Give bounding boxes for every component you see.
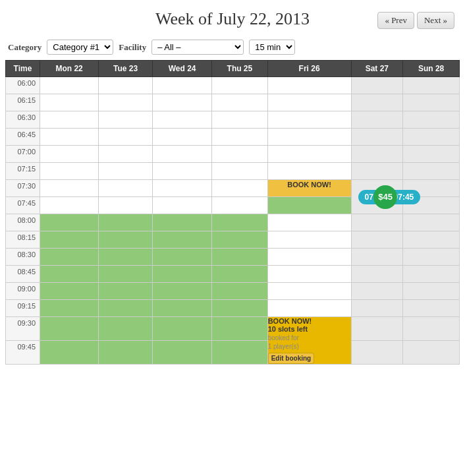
cell-mon-0745[interactable] [40,197,99,214]
cell-fri-0700[interactable] [267,146,351,163]
next-button[interactable]: Next » [417,12,454,29]
cell-tue-0915[interactable] [99,300,153,317]
cell-thu-0930[interactable] [212,317,268,341]
cell-fri-0800[interactable] [267,214,351,231]
cell-thu-0945[interactable] [212,341,268,365]
cell-mon-0815[interactable] [40,231,99,249]
cell-tue-0845[interactable] [99,266,153,283]
cell-mon-0915[interactable] [40,300,99,317]
edit-booking-button[interactable]: Edit booking [268,353,315,364]
cell-fri-0600[interactable] [267,77,351,94]
cell-wed-0745[interactable] [153,197,212,214]
cell-mon-0930[interactable] [40,317,99,341]
prev-button[interactable]: « Prev [377,12,414,29]
cell-mon-0645[interactable] [40,129,99,146]
interval-select[interactable]: 15 min [249,40,295,55]
cell-fri-0730[interactable]: BOOK NOW! [267,180,351,197]
cell-fri-0645[interactable] [267,129,351,146]
cell-wed-0815[interactable] [153,231,212,249]
facility-select[interactable]: – All – [151,40,244,55]
cell-fri-0930[interactable]: BOOK NOW! 10 slots left booked for 1 pla… [267,317,351,365]
cell-sat-0600 [351,77,403,94]
cell-mon-0715[interactable] [40,163,99,180]
cell-sun-0900 [403,283,460,300]
cell-mon-0945[interactable] [40,341,99,365]
time-cell-0845: 08:45 [6,266,40,283]
cell-fri-0815[interactable] [267,231,351,249]
cell-tue-0745[interactable] [99,197,153,214]
col-header-time: Time [6,61,40,77]
cell-mon-0730[interactable] [40,180,99,197]
cell-fri-0845[interactable] [267,266,351,283]
cell-thu-0845[interactable] [212,266,268,283]
cell-tue-0645[interactable] [99,129,153,146]
cell-tue-0900[interactable] [99,283,153,300]
cell-mon-0830[interactable] [40,249,99,266]
cell-thu-0700[interactable] [212,146,268,163]
cell-wed-0930[interactable] [153,317,212,341]
cell-thu-0730[interactable] [212,180,268,197]
cell-tue-0815[interactable] [99,231,153,249]
cell-fri-0615[interactable] [267,94,351,111]
cell-fri-0830[interactable] [267,249,351,266]
cell-thu-0900[interactable] [212,283,268,300]
time-cell-0915: 09:15 [6,300,40,317]
cell-tue-0800[interactable] [99,214,153,231]
cell-tue-0730[interactable] [99,180,153,197]
time-cell-0600: 06:00 [6,77,40,94]
cell-fri-0715[interactable] [267,163,351,180]
cell-thu-0630[interactable] [212,111,268,129]
category-select[interactable]: Category #1 [47,40,113,55]
cell-wed-0615[interactable] [153,94,212,111]
cell-wed-0730[interactable] [153,180,212,197]
time-cell-0645: 06:45 [6,129,40,146]
cell-thu-0600[interactable] [212,77,268,94]
time-cell-0945: 09:45 [6,341,40,365]
cell-sun-0815 [403,231,460,249]
cell-sat-0730[interactable]: 07:30 – 07:45 $45 [351,180,403,214]
cell-thu-0715[interactable] [212,163,268,180]
cell-fri-0630[interactable] [267,111,351,129]
cell-sat-0845 [351,266,403,283]
cell-fri-0900[interactable] [267,283,351,300]
cell-tue-0615[interactable] [99,94,153,111]
cell-mon-0900[interactable] [40,283,99,300]
cell-thu-0815[interactable] [212,231,268,249]
cell-thu-0800[interactable] [212,214,268,231]
cell-tue-0830[interactable] [99,249,153,266]
cell-wed-0830[interactable] [153,249,212,266]
cell-tue-0600[interactable] [99,77,153,94]
cell-tue-0945[interactable] [99,341,153,365]
cell-mon-0845[interactable] [40,266,99,283]
cell-sat-0800 [351,214,403,231]
cell-tue-0700[interactable] [99,146,153,163]
cell-tue-0630[interactable] [99,111,153,129]
cell-wed-0715[interactable] [153,163,212,180]
cell-tue-0715[interactable] [99,163,153,180]
cell-mon-0630[interactable] [40,111,99,129]
cell-wed-0915[interactable] [153,300,212,317]
cell-wed-0945[interactable] [153,341,212,365]
cell-sun-0830 [403,249,460,266]
cell-wed-0700[interactable] [153,146,212,163]
cell-wed-0630[interactable] [153,111,212,129]
cell-tue-0930[interactable] [99,317,153,341]
cell-wed-0900[interactable] [153,283,212,300]
cell-mon-0600[interactable] [40,77,99,94]
cell-wed-0600[interactable] [153,77,212,94]
cell-thu-0745[interactable] [212,197,268,214]
cell-fri-0915[interactable] [267,300,351,317]
cell-mon-0700[interactable] [40,146,99,163]
cell-thu-0830[interactable] [212,249,268,266]
cell-wed-0645[interactable] [153,129,212,146]
cell-thu-0645[interactable] [212,129,268,146]
cell-wed-0800[interactable] [153,214,212,231]
cell-thu-0915[interactable] [212,300,268,317]
cell-wed-0845[interactable] [153,266,212,283]
price-badge[interactable]: $45 [373,185,397,209]
cell-mon-0615[interactable] [40,94,99,111]
cell-thu-0615[interactable] [212,94,268,111]
cell-mon-0800[interactable] [40,214,99,231]
expanded-book-title: BOOK NOW! [268,317,351,325]
cell-sat-0915 [351,300,403,317]
